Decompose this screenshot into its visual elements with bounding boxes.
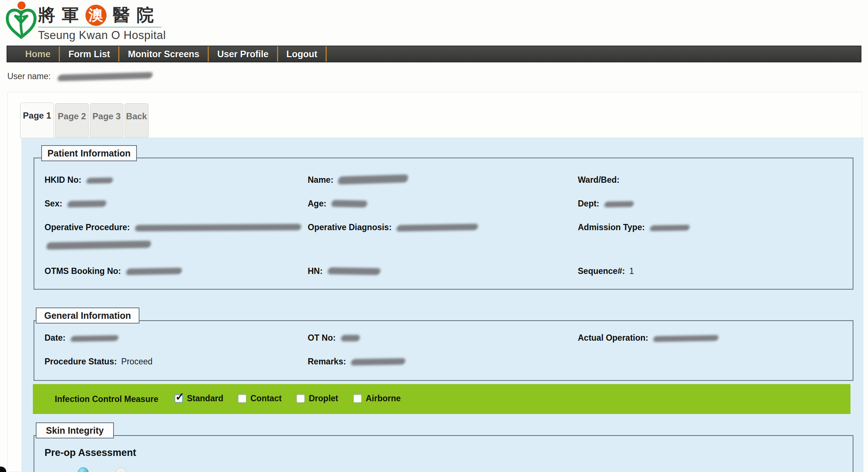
field-operative-diagnosis: Operative Diagnosis: — [308, 222, 478, 232]
field-ot-no: OT No: — [308, 333, 360, 343]
checkbox-option-contact[interactable]: Contact — [238, 394, 282, 403]
user-name-row: User name: — [7, 71, 152, 81]
nav-item-monitor-screens[interactable]: Monitor Screens — [119, 46, 209, 62]
checkbox-option-airborne[interactable]: Airborne — [353, 394, 401, 403]
redacted-value — [126, 268, 183, 275]
infection-control-bar: Infection Control Measure ✓ Standard Con… — [33, 384, 850, 414]
redacted-value — [327, 267, 381, 275]
field-date: Date: — [45, 333, 118, 343]
field-dept: Dept: — [578, 198, 634, 209]
field-otms-booking-no: OTMS Booking No: — [45, 266, 182, 276]
tab-back[interactable]: Back — [124, 103, 149, 138]
tab-page-1[interactable]: Page 1 — [20, 102, 54, 138]
zh-char: 院 — [137, 4, 154, 27]
redacted-value — [67, 200, 107, 208]
zh-char: 將 — [38, 4, 55, 27]
field-remarks: Remarks: — [308, 356, 405, 367]
general-information-fieldset — [34, 320, 853, 381]
redacted-value — [649, 225, 690, 231]
field-operative-procedure: Operative Procedure: — [45, 222, 301, 232]
skin-integrity-fieldset — [34, 435, 853, 472]
nav-item-home[interactable]: Home — [17, 46, 60, 62]
patient-information-legend: Patient Information — [41, 145, 137, 161]
hospital-logo — [4, 1, 38, 39]
general-information-legend: General Information — [36, 307, 139, 324]
tab-page-3[interactable]: Page 3 — [90, 103, 123, 138]
field-admission-type: Admission Type: — [578, 222, 690, 232]
infection-control-label: Infection Control Measure — [55, 394, 158, 404]
title-underline — [38, 27, 161, 28]
redacted-value — [70, 335, 119, 342]
field-hn: HN: — [308, 266, 380, 276]
checkbox-unchecked-icon[interactable] — [238, 394, 246, 403]
zh-char: 醫 — [113, 4, 130, 27]
redacted-value — [86, 177, 113, 183]
checkmark-icon: ✓ — [175, 390, 184, 403]
hospital-title-zh: 將 軍 澳 醫 院 — [38, 4, 154, 27]
redacted-user-name — [57, 72, 153, 81]
field-name: Name: — [308, 175, 408, 185]
checkbox-option-standard[interactable]: ✓ Standard — [174, 394, 223, 403]
field-ward-bed: Ward/Bed: — [578, 175, 624, 185]
nav-item-form-list[interactable]: Form List — [60, 46, 119, 62]
skin-integrity-legend: Skin Integrity — [36, 422, 114, 438]
user-name-label: User name: — [7, 71, 51, 81]
redacted-value — [396, 224, 479, 232]
redacted-value — [331, 200, 368, 208]
checkbox-unchecked-icon[interactable] — [353, 394, 362, 403]
redacted-value — [350, 358, 406, 366]
field-hkid-no: HKID No: — [45, 175, 113, 185]
logo-dot — [18, 1, 26, 9]
tab-page-2[interactable]: Page 2 — [55, 103, 89, 138]
preop-assessment-heading: Pre-op Assessment — [45, 447, 136, 459]
redacted-value — [340, 335, 360, 341]
field-actual-operation: Actual Operation: — [578, 333, 718, 343]
main-navigation: Home Form List Monitor Screens User Prof… — [7, 46, 861, 62]
field-sex: Sex: — [45, 198, 106, 209]
checkbox-option-droplet[interactable]: Droplet — [296, 394, 338, 403]
redacted-value — [135, 224, 302, 231]
checkbox-unchecked-icon[interactable] — [296, 394, 305, 403]
nav-item-logout[interactable]: Logout — [278, 46, 327, 62]
nav-item-user-profile[interactable]: User Profile — [209, 46, 278, 62]
checkbox-checked-icon[interactable]: ✓ — [174, 394, 183, 403]
redacted-value — [338, 174, 408, 185]
redacted-value — [604, 201, 634, 207]
hospital-title-en: Tseung Kwan O Hospital — [38, 29, 166, 42]
zh-circled-char: 澳 — [85, 5, 107, 26]
corner-artifact — [0, 467, 6, 472]
redacted-value — [653, 335, 719, 342]
field-procedure-status: Procedure Status:Proceed — [45, 356, 153, 367]
zh-char: 軍 — [62, 4, 79, 27]
field-sequence: Sequence#:1 — [578, 266, 634, 276]
field-age: Age: — [308, 198, 367, 209]
